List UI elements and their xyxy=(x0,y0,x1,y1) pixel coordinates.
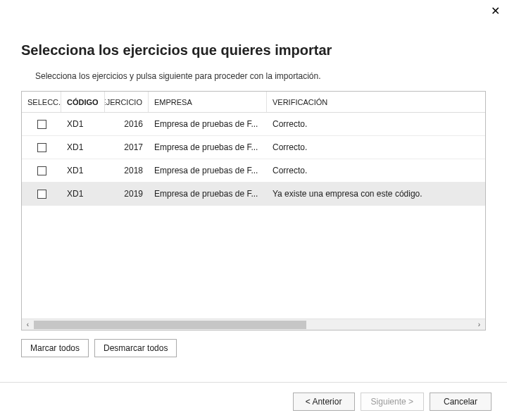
unmark-all-button[interactable]: Desmarcar todos xyxy=(94,339,177,357)
col-seleccionar[interactable]: SELECC... xyxy=(22,92,61,112)
cell-verificacion: Ya existe una empresa con este código. xyxy=(267,189,485,199)
cell-codigo: XD1 xyxy=(61,142,105,152)
cell-verificacion: Correcto. xyxy=(267,119,485,129)
dialog-footer: < Anterior Siguiente > Cancelar xyxy=(0,382,507,420)
dialog-content: Selecciona los ejercicios que quieres im… xyxy=(21,42,486,357)
scroll-left-icon[interactable]: ‹ xyxy=(22,319,34,331)
table-header: SELECC... CÓDIGO EJERCICIO EMPRESA VERIF… xyxy=(22,92,485,113)
horizontal-scrollbar[interactable]: ‹ › xyxy=(22,319,485,330)
exercises-table: SELECC... CÓDIGO EJERCICIO EMPRESA VERIF… xyxy=(21,91,486,331)
row-checkbox[interactable] xyxy=(37,190,46,199)
cell-empresa: Empresa de pruebas de F... xyxy=(149,166,267,175)
col-ejercicio[interactable]: EJERCICIO xyxy=(105,92,149,112)
row-checkbox[interactable] xyxy=(37,166,46,175)
page-title: Selecciona los ejercicios que quieres im… xyxy=(21,42,486,58)
table-row[interactable]: XD1 2019 Empresa de pruebas de F... Ya e… xyxy=(22,183,485,206)
col-verificacion[interactable]: VERIFICACIÓN xyxy=(267,92,485,112)
next-button: Siguiente > xyxy=(361,393,424,411)
col-codigo[interactable]: CÓDIGO xyxy=(61,92,105,112)
table-row[interactable]: XD1 2016 Empresa de pruebas de F... Corr… xyxy=(22,113,485,136)
row-checkbox[interactable] xyxy=(37,120,46,129)
cancel-button[interactable]: Cancelar xyxy=(430,393,492,411)
table-row[interactable]: XD1 2018 Empresa de pruebas de F... Corr… xyxy=(22,159,485,183)
row-checkbox[interactable] xyxy=(37,143,46,152)
table-row[interactable]: XD1 2017 Empresa de pruebas de F... Corr… xyxy=(22,136,485,159)
cell-empresa: Empresa de pruebas de F... xyxy=(149,189,267,199)
scroll-track[interactable] xyxy=(34,319,473,331)
table-body: XD1 2016 Empresa de pruebas de F... Corr… xyxy=(22,113,485,206)
cell-empresa: Empresa de pruebas de F... xyxy=(149,142,267,152)
cell-verificacion: Correcto. xyxy=(267,166,485,175)
cell-codigo: XD1 xyxy=(61,119,105,129)
selection-buttons: Marcar todos Desmarcar todos xyxy=(21,339,486,357)
cell-codigo: XD1 xyxy=(61,166,105,175)
scroll-thumb[interactable] xyxy=(34,321,306,329)
col-empresa[interactable]: EMPRESA xyxy=(149,92,267,112)
close-icon[interactable]: ✕ xyxy=(491,5,500,17)
previous-button[interactable]: < Anterior xyxy=(293,393,355,411)
cell-ejercicio: 2019 xyxy=(105,189,149,199)
page-subtitle: Selecciona los ejercicios y pulsa siguie… xyxy=(35,71,486,81)
cell-ejercicio: 2016 xyxy=(105,119,149,129)
cell-verificacion: Correcto. xyxy=(267,142,485,152)
cell-empresa: Empresa de pruebas de F... xyxy=(149,119,267,129)
cell-ejercicio: 2017 xyxy=(105,142,149,152)
mark-all-button[interactable]: Marcar todos xyxy=(21,339,89,357)
cell-ejercicio: 2018 xyxy=(105,166,149,175)
cell-codigo: XD1 xyxy=(61,189,105,199)
scroll-right-icon[interactable]: › xyxy=(473,319,485,331)
